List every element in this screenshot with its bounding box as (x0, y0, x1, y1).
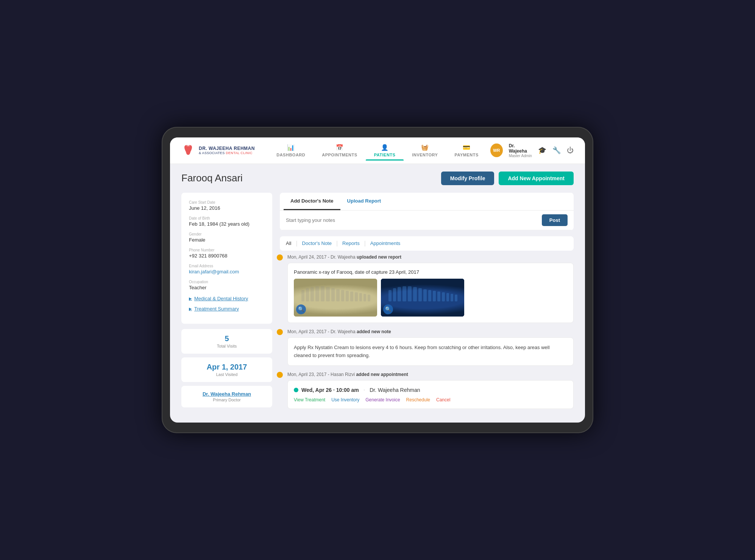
svg-rect-26 (442, 292, 445, 301)
timeline: Mon, April 24, 2017 - Dr. Wajeeha upload… (280, 254, 574, 409)
zoom-icon-dark[interactable]: 🔍 (383, 304, 393, 314)
timeline-dot-1 (277, 254, 283, 261)
svg-rect-24 (433, 291, 436, 301)
email-field: Email Address kiran.jafari@gmail.com (189, 264, 265, 275)
svg-rect-19 (408, 286, 412, 301)
nav-inventory[interactable]: 🧺 INVENTORY (404, 141, 446, 160)
modify-profile-button[interactable]: Modify Profile (441, 172, 494, 185)
timeline-header-1: Mon, April 24, 2017 - Dr. Wajeeha upload… (287, 254, 574, 260)
timeline-dot-3 (277, 372, 283, 378)
gender-label: Gender (189, 232, 265, 236)
timeline-item-2: Mon, April 23, 2017 - Dr. Wajeeha added … (287, 329, 574, 366)
use-inventory-button[interactable]: Use Inventory (331, 397, 359, 402)
svg-rect-12 (359, 293, 362, 301)
nav-dashboard[interactable]: 📊 DASHBOARD (268, 141, 314, 160)
dob-value: Feb 18, 1984 (32 years old) (189, 221, 265, 227)
logo-sub-text: & ASSOCIATES DENTAL CLINIC (199, 151, 255, 155)
user-avatar: WR (490, 144, 503, 157)
add-appointment-button[interactable]: Add New Appointment (499, 172, 574, 185)
appointment-separator: · (363, 387, 365, 393)
phone-value: +92 321 8900768 (189, 253, 265, 259)
primary-doctor-name[interactable]: Dr. Wajeeha Rehman (187, 391, 267, 397)
care-start-field: Care Start Date June 12, 2016 (189, 200, 265, 211)
primary-doctor-label: Primary Doctor (187, 398, 267, 402)
logo-area: DR. WAJEEHA REHMAN & ASSOCIATES DENTAL C… (181, 144, 265, 157)
header-buttons: Modify Profile Add New Appointment (441, 172, 574, 185)
svg-rect-23 (428, 290, 431, 301)
tablet-frame: DR. WAJEEHA REHMAN & ASSOCIATES DENTAL C… (162, 127, 593, 434)
svg-rect-15 (388, 290, 392, 301)
filter-doctors-note[interactable]: Doctor's Note (302, 240, 332, 246)
appointment-datetime: Wed, Apr 26 · 10:00 am (301, 387, 359, 393)
appointment-actions: View Treatment Use Inventory Generate In… (294, 397, 567, 402)
primary-doctor-box: Dr. Wajeeha Rehman Primary Doctor (181, 386, 272, 407)
view-treatment-button[interactable]: View Treatment (294, 397, 325, 402)
power-icon[interactable]: ⏻ (567, 147, 574, 154)
dob-label: Date of Birth (189, 216, 265, 220)
cancel-button[interactable]: Cancel (436, 397, 450, 402)
tab-add-doctors-note[interactable]: Add Doctor's Note (284, 193, 340, 210)
occupation-value: Teacher (189, 285, 265, 290)
nav-links: 📊 DASHBOARD 📅 APPOINTMENTS 👤 PATIENTS 🧺 … (265, 141, 490, 160)
timeline-header-3: Mon, April 23, 2017 - Hasan Rizvi added … (287, 372, 574, 377)
graduation-icon[interactable]: 🎓 (538, 146, 546, 154)
care-start-label: Care Start Date (189, 200, 265, 204)
svg-rect-18 (402, 286, 406, 301)
filter-all[interactable]: All (286, 240, 291, 246)
email-value[interactable]: kiran.jafari@gmail.com (189, 269, 265, 275)
medical-history-link[interactable]: ▶ Medical & Dental History (189, 296, 265, 301)
svg-rect-6 (331, 288, 335, 301)
tab-upload-report[interactable]: Upload Report (340, 193, 388, 210)
svg-rect-0 (301, 290, 304, 301)
phone-field: Phone Number +92 321 8900768 (189, 248, 265, 259)
arrow-icon-2: ▶ (189, 307, 192, 311)
xray-image-light: 🔍 (294, 279, 377, 317)
timeline-header-2: Mon, April 23, 2017 - Dr. Wajeeha added … (287, 329, 574, 334)
post-button[interactable]: Post (542, 214, 568, 226)
right-panel: Add Doctor's Note Upload Report Post (280, 193, 574, 415)
notes-input[interactable] (286, 217, 542, 223)
total-visits-value: 5 (187, 334, 267, 343)
appointments-icon: 📅 (336, 144, 344, 151)
email-label: Email Address (189, 264, 265, 268)
occupation-field: Occupation Teacher (189, 280, 265, 290)
phone-label: Phone Number (189, 248, 265, 252)
xray-teeth-svg-dark (381, 279, 464, 317)
treatment-summary-link[interactable]: ▶ Treatment Summary (189, 306, 265, 312)
svg-rect-25 (437, 292, 440, 301)
tabs-row: Add Doctor's Note Upload Report (280, 193, 574, 211)
filter-appointments[interactable]: Appointments (370, 240, 401, 246)
notes-input-row: Post (280, 211, 574, 230)
appointment-row: Wed, Apr 26 · 10:00 am · Dr. Wajeeha Reh… (294, 387, 567, 393)
svg-rect-2 (310, 287, 314, 301)
settings-icon[interactable]: 🔧 (552, 146, 561, 154)
logo-tooth-icon (181, 144, 195, 157)
patient-info-card: Care Start Date June 12, 2016 Date of Bi… (181, 193, 272, 324)
nav-appointments[interactable]: 📅 APPOINTMENTS (314, 141, 365, 160)
svg-rect-5 (326, 287, 330, 301)
timeline-card-appointment: Wed, Apr 26 · 10:00 am · Dr. Wajeeha Reh… (287, 380, 574, 409)
svg-rect-28 (451, 294, 453, 301)
arrow-icon: ▶ (189, 296, 192, 301)
gender-value: Female (189, 237, 265, 243)
filter-reports[interactable]: Reports (342, 240, 360, 246)
zoom-icon-light[interactable]: 🔍 (296, 304, 306, 314)
user-name: Dr. Wajeeha (509, 143, 532, 154)
nav-patients[interactable]: 👤 PATIENTS (366, 141, 404, 160)
appointment-doctor: Dr. Wajeeha Rehman (370, 387, 420, 393)
svg-rect-11 (355, 292, 358, 301)
svg-rect-4 (321, 286, 324, 301)
filter-row: All | Doctor's Note | Reports | Appointm… (280, 236, 574, 251)
timeline-card-report: Panoramic x-ray of Farooq, date of captu… (287, 263, 574, 323)
logo-main-text: DR. WAJEEHA REHMAN (199, 146, 255, 151)
svg-rect-9 (346, 291, 349, 301)
notes-card: Add Doctor's Note Upload Report Post (280, 193, 574, 230)
user-role: Master Admin (509, 154, 532, 158)
dob-field: Date of Birth Feb 18, 1984 (32 years old… (189, 216, 265, 227)
appointment-dot (294, 388, 298, 392)
reschedule-button[interactable]: Reschedule (406, 397, 430, 402)
care-start-value: June 12, 2016 (189, 205, 265, 211)
note-text: Apply Rx Nystatin Cream to lesions every… (294, 344, 567, 360)
nav-payments[interactable]: 💳 PAYMENTS (446, 141, 487, 160)
generate-invoice-button[interactable]: Generate Invoice (365, 397, 400, 402)
